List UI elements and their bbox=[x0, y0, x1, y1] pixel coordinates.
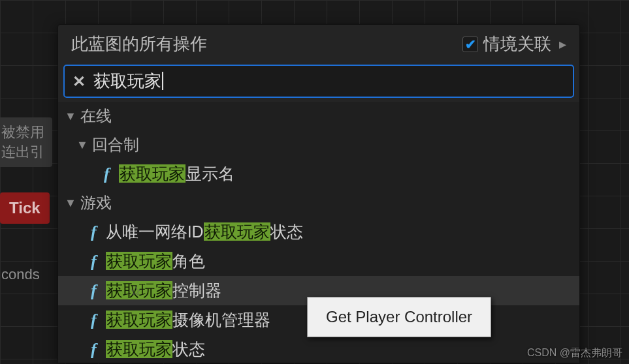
search-text: 获取玩家 bbox=[93, 70, 565, 93]
clear-icon[interactable]: ✕ bbox=[73, 72, 86, 91]
chevron-down-icon: ▼ bbox=[65, 110, 76, 123]
chevron-down-icon: ▼ bbox=[65, 196, 76, 210]
item-get-player-state-from-netid[interactable]: f 从唯一网络ID获取玩家状态 bbox=[58, 217, 579, 247]
bg-node-event-tick: Tick bbox=[0, 192, 50, 224]
text-caret bbox=[162, 72, 163, 90]
item-label: 获取玩家角色 bbox=[106, 250, 205, 272]
function-icon: f bbox=[91, 252, 97, 271]
category-game[interactable]: ▼ 游戏 bbox=[58, 189, 579, 217]
star-icon[interactable]: ☆ bbox=[130, 283, 142, 299]
chevron-right-icon: ▸ bbox=[559, 36, 566, 53]
item-label: 获取玩家控制器 bbox=[106, 280, 221, 301]
item-get-player-state[interactable]: f 获取玩家状态 bbox=[58, 335, 579, 363]
bg-node-seconds: conds bbox=[0, 261, 48, 288]
item-get-player-character[interactable]: f 获取玩家角色 bbox=[58, 247, 579, 276]
function-icon: f bbox=[91, 340, 97, 359]
panel-title: 此蓝图的所有操作 bbox=[71, 33, 207, 55]
category-online[interactable]: ▼ 在线 bbox=[58, 102, 579, 130]
function-icon: f bbox=[91, 222, 97, 242]
panel-header: 此蓝图的所有操作 ✔ 情境关联 ▸ bbox=[58, 25, 579, 61]
category-turnbased[interactable]: ▼ 回合制 bbox=[58, 130, 579, 159]
item-label: 从唯一网络ID获取玩家状态 bbox=[106, 221, 303, 243]
chevron-down-icon: ▼ bbox=[76, 138, 88, 152]
function-icon: f bbox=[104, 164, 110, 184]
item-label: 获取玩家显示名 bbox=[119, 163, 234, 185]
function-icon: f bbox=[91, 281, 97, 301]
tooltip: Get Player Controller bbox=[307, 297, 491, 337]
context-checkbox[interactable]: ✔ bbox=[462, 37, 478, 52]
bg-node-disabled: 被禁用 连出引 bbox=[0, 117, 52, 167]
function-icon: f bbox=[91, 311, 97, 330]
search-input[interactable]: ✕ 获取玩家 bbox=[63, 65, 574, 98]
item-label: 获取玩家状态 bbox=[106, 339, 205, 360]
watermark: CSDN @雷杰弗朗哥 bbox=[527, 346, 622, 360]
context-label: 情境关联 bbox=[483, 33, 551, 55]
context-sensitive-group[interactable]: ✔ 情境关联 ▸ bbox=[462, 33, 566, 55]
check-icon: ✔ bbox=[465, 37, 476, 52]
item-get-player-display-name[interactable]: f 获取玩家显示名 bbox=[58, 159, 579, 189]
item-label: 获取玩家摄像机管理器 bbox=[106, 309, 270, 331]
